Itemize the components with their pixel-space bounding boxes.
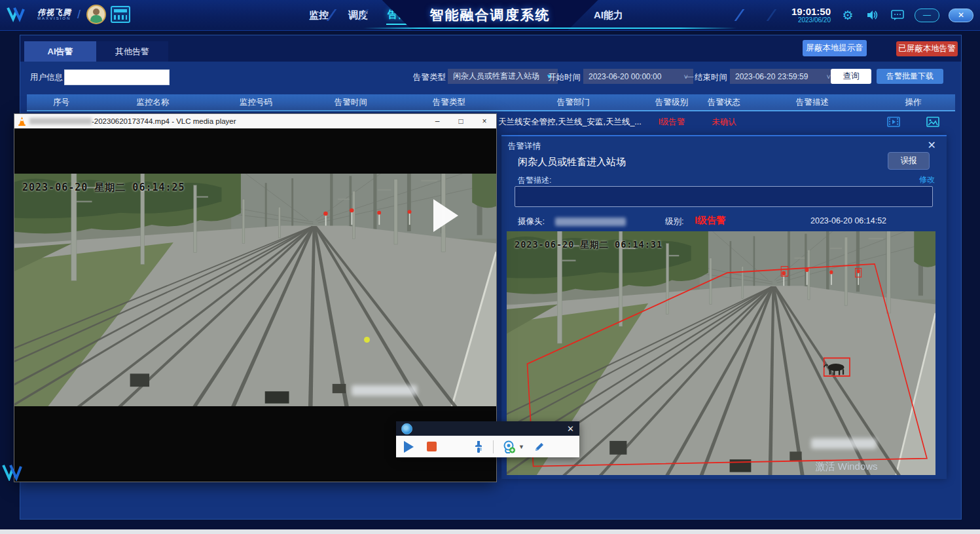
tab-other-alarm[interactable]: 其他告警: [96, 41, 168, 62]
range-separator: —: [685, 72, 694, 81]
brand: 伟视飞腾 MAXVISION /: [7, 5, 130, 24]
caliper-icon[interactable]: [473, 440, 484, 453]
recorder-titlebar[interactable]: ✕: [396, 421, 579, 436]
phone-icon[interactable]: [111, 6, 130, 23]
video-icon[interactable]: [887, 117, 900, 127]
close-icon[interactable]: ✕: [567, 424, 574, 434]
col-seq: 序号: [27, 94, 96, 110]
query-button[interactable]: 查询: [831, 69, 871, 84]
recorder-toolbar-window: ✕ ▼: [396, 421, 579, 457]
col-monitor-number: 监控号码: [210, 94, 302, 110]
minimize-button[interactable]: —: [915, 9, 939, 22]
vlc-filename-redacted: [29, 118, 92, 124]
topbar-right: 19:01:50 2023/06/20 ⚙ — ✕: [791, 0, 973, 30]
activate-windows-watermark: 激活 Windows: [816, 461, 878, 473]
vlc-close-button[interactable]: ×: [473, 114, 496, 128]
end-time-value: 2023-06-20 23:59:59: [735, 72, 808, 81]
start-time-label: 开始时间: [548, 72, 581, 83]
brand-divider: /: [77, 8, 81, 22]
alarm-time: 2023-06-20 06:14:52: [810, 216, 886, 225]
app-title: 智能融合调度系统: [430, 6, 551, 24]
brand-watermark-icon: [2, 463, 27, 481]
stop-icon[interactable]: [427, 442, 437, 451]
recorder-toolbar: ▼: [396, 436, 579, 457]
cell-alarm-status: 未确认: [695, 117, 753, 128]
col-alarm-level: 告警级别: [649, 94, 695, 110]
user-avatar-icon[interactable]: [86, 5, 106, 24]
alarm-name: 闲杂人员或牲畜进入站场: [518, 156, 626, 168]
level-value: Ⅰ级告警: [695, 214, 726, 227]
muted-local-alarm-button[interactable]: 已屏蔽本地告警: [896, 41, 958, 56]
end-time-label: 结束时间: [695, 72, 727, 83]
level-label: 级别:: [665, 216, 683, 227]
mute-local-tone-button[interactable]: 屏蔽本地提示音: [803, 40, 867, 56]
toolbar-divider: [493, 440, 494, 453]
pencil-icon[interactable]: [534, 441, 545, 453]
cell-alarm-level: Ⅰ级告警: [649, 117, 695, 128]
taskbar-strip[interactable]: [0, 529, 980, 534]
modify-link[interactable]: 修改: [919, 174, 935, 185]
play-icon[interactable]: [404, 441, 414, 453]
detail-title: 告警详情: [508, 141, 541, 152]
dropdown-caret-icon[interactable]: ▼: [518, 444, 524, 450]
brand-name: 伟视飞腾: [37, 9, 71, 16]
vlc-titlebar[interactable]: -20230620173744.mp4 - VLC media player –…: [14, 114, 496, 128]
clock-date: 2023/06/20: [791, 17, 831, 24]
topbar: 伟视飞腾 MAXVISION / 监控 调度 告警 智能融合调度系统 AI能力 …: [0, 0, 980, 31]
nav-item-monitor[interactable]: 监控: [308, 7, 330, 24]
title-band: 智能融合调度系统: [382, 0, 598, 30]
redacted-watermark: [811, 438, 877, 449]
brand-logo-icon: [7, 6, 33, 23]
railway-scene: [14, 174, 496, 406]
detail-close-icon[interactable]: ✕: [928, 139, 936, 151]
speaker-icon[interactable]: [865, 7, 880, 23]
end-time-picker[interactable]: 2023-06-20 23:59:59 ˅: [730, 69, 836, 84]
batch-download-button[interactable]: 告警批量下载: [877, 69, 943, 84]
alarm-type-label: 告警类型: [413, 72, 446, 83]
title-underline: [363, 28, 736, 29]
col-alarm-time: 告警时间: [302, 94, 400, 110]
brand-subname: MAXVISION: [37, 16, 71, 20]
video-timestamp: 2023-06-20 星期二 06:14:25: [22, 181, 185, 194]
camera-name-redacted: [555, 218, 626, 226]
col-alarm-dept: 告警部门: [498, 94, 649, 110]
alarm-type-value: 闲杂人员或牲畜进入站场: [453, 71, 539, 82]
play-overlay-icon[interactable]: [433, 199, 458, 232]
vlc-maximize-button[interactable]: □: [449, 114, 473, 128]
tabs-bar: AI告警 其他告警 屏蔽本地提示音 已屏蔽本地告警: [20, 35, 961, 62]
camera-label: 摄像头:: [518, 216, 545, 227]
clock: 19:01:50 2023/06/20: [791, 7, 831, 24]
brand-text: 伟视飞腾 MAXVISION: [37, 9, 71, 20]
gear-icon[interactable]: ⚙: [840, 7, 856, 23]
vlc-cone-icon: [18, 117, 26, 126]
close-button[interactable]: ✕: [949, 9, 973, 22]
camera-icon: [401, 423, 412, 434]
description-textarea[interactable]: [515, 186, 933, 207]
nav-item-ai[interactable]: AI能力: [592, 7, 625, 24]
col-alarm-status: 告警状态: [695, 94, 753, 110]
false-report-button[interactable]: 误报: [888, 152, 930, 170]
redacted-watermark: [352, 385, 417, 396]
table-header: 序号 监控名称 监控号码 告警时间 告警类型 告警部门 告警级别 告警状态 告警…: [27, 94, 955, 111]
col-ops: 操作: [871, 94, 955, 110]
col-monitor-name: 监控名称: [96, 94, 210, 110]
col-alarm-desc: 告警描述: [753, 94, 871, 110]
chat-icon[interactable]: [890, 7, 905, 23]
tab-ai-alarm[interactable]: AI告警: [24, 41, 96, 62]
filter-row: 用户信息 告警类型 闲杂人员或牲畜进入站场 ▼ 开始时间 2023-06-20 …: [20, 66, 961, 91]
vlc-title-text: -20230620173744.mp4 - VLC media player: [92, 117, 236, 125]
col-alarm-type: 告警类型: [400, 94, 498, 110]
yellow-marker-dot: [364, 337, 370, 343]
app-window: 伟视飞腾 MAXVISION / 监控 调度 告警 智能融合调度系统 AI能力 …: [0, 0, 980, 534]
webcam-add-icon[interactable]: [503, 440, 516, 453]
vlc-minimize-button[interactable]: –: [426, 114, 449, 128]
description-label: 告警描述:: [518, 175, 551, 186]
user-info-label: 用户信息: [30, 72, 63, 83]
start-time-value: 2023-06-20 00:00:00: [589, 72, 661, 81]
clock-time: 19:01:50: [791, 7, 831, 17]
user-info-input[interactable]: [64, 69, 170, 85]
start-time-picker[interactable]: 2023-06-20 00:00:00 ˅: [583, 69, 693, 84]
alarm-type-select[interactable]: 闲杂人员或牲畜进入站场 ▼: [448, 69, 558, 84]
camera-timestamp: 2023-06-20 星期二 06:14:31: [515, 239, 662, 251]
image-icon[interactable]: [926, 117, 939, 127]
